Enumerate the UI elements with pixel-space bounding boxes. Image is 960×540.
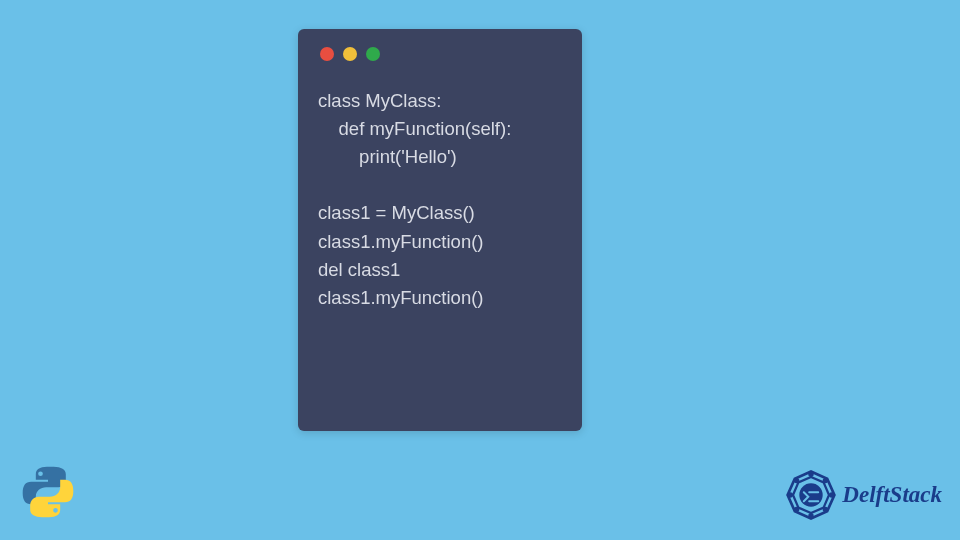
- python-logo-icon: [18, 462, 78, 522]
- svg-point-6: [809, 513, 814, 518]
- svg-point-7: [794, 507, 799, 512]
- window-controls: [298, 29, 582, 61]
- code-content: class MyClass: def myFunction(self): pri…: [298, 61, 582, 312]
- minimize-dot-icon: [343, 47, 357, 61]
- delftstack-badge-icon: [784, 468, 838, 522]
- svg-point-5: [823, 507, 828, 512]
- code-line: class1 = MyClass(): [318, 202, 475, 223]
- maximize-dot-icon: [366, 47, 380, 61]
- svg-point-10: [800, 483, 823, 506]
- svg-point-2: [809, 472, 814, 477]
- code-line: del class1: [318, 259, 400, 280]
- svg-point-8: [788, 492, 793, 497]
- close-dot-icon: [320, 47, 334, 61]
- code-line: class MyClass:: [318, 90, 441, 111]
- code-line: class1.myFunction(): [318, 287, 484, 308]
- code-window: class MyClass: def myFunction(self): pri…: [298, 29, 582, 431]
- brand-name: DelftStack: [842, 482, 942, 508]
- code-line: print('Hello'): [318, 146, 457, 167]
- svg-point-3: [823, 478, 828, 483]
- delftstack-logo: DelftStack: [784, 468, 942, 522]
- svg-point-4: [829, 492, 834, 497]
- code-line: def myFunction(self):: [318, 118, 511, 139]
- code-line: class1.myFunction(): [318, 231, 484, 252]
- svg-point-9: [794, 478, 799, 483]
